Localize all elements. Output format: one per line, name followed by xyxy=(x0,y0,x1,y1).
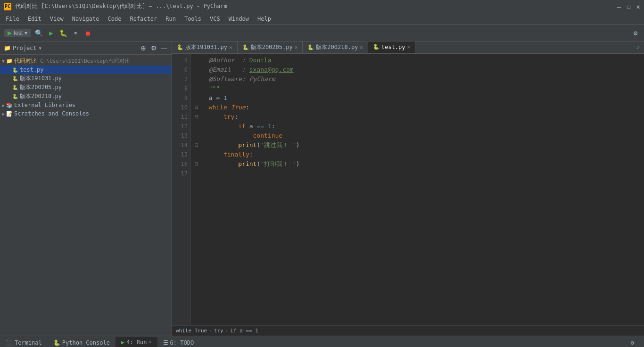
run-icon-bottom: ▶ xyxy=(121,339,124,346)
tree-label-191031: 版本191031.py xyxy=(20,74,62,83)
tab-run[interactable]: ▶ 4: Run ✕ xyxy=(116,337,157,347)
tab-200205[interactable]: 🐍 版本200205.py ✕ xyxy=(238,41,303,53)
minimize-button[interactable]: — xyxy=(617,3,621,10)
tree-item-external-libs[interactable]: ▶ 📚 External Libraries xyxy=(0,101,172,109)
tab-close-test[interactable]: ✕ xyxy=(407,44,411,50)
close-button[interactable]: ✕ xyxy=(636,3,640,10)
menu-vcs[interactable]: VCS xyxy=(206,15,224,23)
tab-terminal[interactable]: ⬛ Terminal xyxy=(0,337,48,347)
tab-run-close[interactable]: ✕ xyxy=(149,339,152,345)
menu-code[interactable]: Code xyxy=(104,15,125,23)
toolbar-run-icon[interactable]: ▶ xyxy=(46,28,56,38)
code-line-17 xyxy=(195,169,640,178)
tab-close-200205[interactable]: ✕ xyxy=(295,44,298,50)
title-controls[interactable]: — ☐ ✕ xyxy=(617,3,640,10)
tab-label-python-console: Python Console xyxy=(62,339,110,346)
tab-label-terminal: Terminal xyxy=(15,339,42,346)
scratches-icon: 📝 xyxy=(6,110,13,117)
breadcrumb-bar: while True › try › if a == 1 xyxy=(172,325,644,336)
toolbar-search-icon[interactable]: 🔍 xyxy=(34,28,43,38)
tree-label-200205: 版本200205.py xyxy=(20,83,62,91)
menu-file[interactable]: File xyxy=(2,15,23,23)
code-area[interactable]: @Author : Dontla @Email : sxana@qq.com @… xyxy=(191,54,644,325)
sidebar-header: 📁 Project ▾ ⊕ ⚙ — xyxy=(0,41,172,55)
toolbar: ▶ test ▾ 🔍 ▶ 🐛 ☂ ■ ⚙ xyxy=(0,25,644,41)
maximize-button[interactable]: ☐ xyxy=(627,3,630,10)
breadcrumb-if[interactable]: if a == 1 xyxy=(230,328,258,334)
title-bar-left: PC 代码对比 [C:\Users\SIQI\Desktop\代码对比] – .… xyxy=(4,2,227,10)
toolbar-stop-icon[interactable]: ■ xyxy=(83,28,92,38)
tab-python-console[interactable]: 🐍 Python Console xyxy=(48,337,116,347)
fold-11: ⊟ xyxy=(195,112,200,122)
checkmark-icon: ✓ xyxy=(633,41,644,53)
toolbar-settings-icon[interactable]: ⚙ xyxy=(631,28,640,38)
expand-arrow-root: ▼ xyxy=(2,58,5,64)
menu-help[interactable]: Help xyxy=(254,15,275,23)
tree-item-scratches[interactable]: ▶ 📝 Scratches and Consoles xyxy=(0,109,172,118)
menu-tools[interactable]: Tools xyxy=(181,15,205,23)
py-icon-200218: 🐍 xyxy=(11,93,19,100)
fold-5 xyxy=(195,56,200,65)
breadcrumb-while[interactable]: while True xyxy=(176,328,207,334)
tab-200218[interactable]: 🐍 版本200218.py ✕ xyxy=(303,41,368,53)
code-line-13: continue xyxy=(195,131,640,140)
sidebar-dropdown-icon[interactable]: ▾ xyxy=(39,45,42,51)
menu-window[interactable]: Window xyxy=(225,15,253,23)
terminal-icon: ⬛ xyxy=(6,339,13,346)
code-line-6: @Email : sxana@qq.com xyxy=(195,65,640,74)
tree-item-200218[interactable]: 🐍 版本200218.py xyxy=(0,92,172,101)
py-icon-191031: 🐍 xyxy=(11,75,19,83)
menu-navigate[interactable]: Navigate xyxy=(68,15,103,23)
bottom-panel-actions: ⚙ — xyxy=(631,339,640,346)
line-num-14: 14 xyxy=(174,140,188,150)
menu-run[interactable]: Run xyxy=(162,15,180,23)
line-num-17: 17 xyxy=(174,169,188,178)
menu-edit[interactable]: Edit xyxy=(24,15,45,23)
tree-label-test-py: test.py xyxy=(20,66,44,73)
menu-refactor[interactable]: Refactor xyxy=(126,15,161,23)
bottom-tabs: ⬛ Terminal 🐍 Python Console ▶ 4: Run ✕ ☰… xyxy=(0,336,644,347)
line-num-7: 7 xyxy=(174,74,188,84)
editor-content[interactable]: 5 6 7 8 9 10 11 12 13 14 15 16 17 @Autho… xyxy=(172,54,644,325)
run-config-button[interactable]: ▶ test ▾ xyxy=(4,29,31,37)
fold-7 xyxy=(195,74,200,84)
toolbar-debug-icon[interactable]: 🐛 xyxy=(58,28,68,38)
sidebar-collapse-button[interactable]: — xyxy=(160,44,168,52)
sidebar-actions: ⊕ ⚙ — xyxy=(140,44,168,52)
tab-191031[interactable]: 🐍 版本191031.py ✕ xyxy=(172,41,238,53)
libs-icon: 📚 xyxy=(6,101,13,109)
code-line-12: if a == 1: xyxy=(195,122,640,131)
breadcrumb-try[interactable]: try xyxy=(214,328,223,334)
code-line-11: ⊟ try: xyxy=(195,112,640,122)
tab-close-191031[interactable]: ✕ xyxy=(229,44,232,50)
run-config-label: test xyxy=(14,30,23,36)
tree-item-191031[interactable]: 🐍 版本191031.py xyxy=(0,74,172,83)
tree-item-200205[interactable]: 🐍 版本200205.py xyxy=(0,83,172,92)
bottom-collapse-icon[interactable]: — xyxy=(637,339,640,346)
tab-label-run: 4: Run xyxy=(126,339,147,346)
expand-arrow-ext: ▶ xyxy=(2,103,5,108)
breadcrumb-sep-2: › xyxy=(225,328,229,334)
tree-item-root[interactable]: ▼ 📁 代码对比 C:\Users\SIQI\Desktop\代码对比 xyxy=(0,57,172,66)
line-num-5: 5 xyxy=(174,56,188,65)
code-line-7: @Software: PyCharm xyxy=(195,74,640,84)
tab-test-py[interactable]: 🐍 test.py ✕ xyxy=(368,41,415,53)
tab-close-200218[interactable]: ✕ xyxy=(360,44,363,50)
toolbar-coverage-icon[interactable]: ☂ xyxy=(71,28,80,38)
line-num-9: 9 xyxy=(174,93,188,103)
file-tree: ▼ 📁 代码对比 C:\Users\SIQI\Desktop\代码对比 🐍 te… xyxy=(0,55,172,336)
title-bar: PC 代码对比 [C:\Users\SIQI\Desktop\代码对比] – .… xyxy=(0,0,644,13)
tab-todo[interactable]: ☰ 6: TODO xyxy=(157,337,200,347)
sidebar-settings-button[interactable]: ⚙ xyxy=(150,44,157,52)
breadcrumb-sep-1: › xyxy=(209,328,212,334)
run-dropdown-icon[interactable]: ▾ xyxy=(25,30,27,36)
bottom-settings-icon[interactable]: ⚙ xyxy=(631,339,634,346)
menu-view[interactable]: View xyxy=(46,15,67,23)
line-num-16: 16 xyxy=(174,159,188,169)
fold-8 xyxy=(195,84,200,93)
sidebar-locate-button[interactable]: ⊕ xyxy=(140,44,147,52)
tree-item-test-py[interactable]: 🐍 test.py xyxy=(0,66,172,74)
tab-label-191031: 版本191031.py xyxy=(185,43,227,51)
line-numbers: 5 6 7 8 9 10 11 12 13 14 15 16 17 xyxy=(172,54,191,325)
fold-16: ⊟ xyxy=(195,159,200,169)
